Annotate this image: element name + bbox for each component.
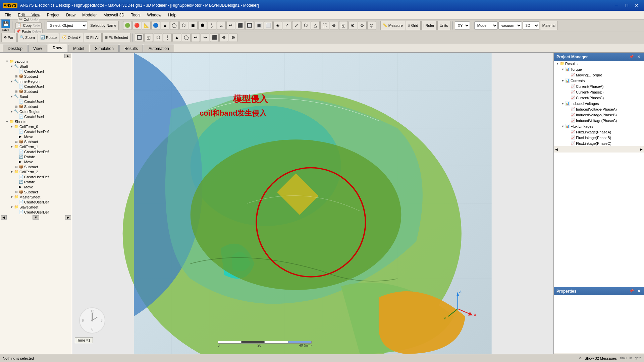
ptree-current-a[interactable]: 📈 Current(PhaseA)	[554, 83, 644, 89]
close-button[interactable]: ✕	[632, 1, 641, 9]
tree-item-createuserdef-ct1[interactable]: 📄 CreateUserDef	[0, 149, 72, 154]
misc-icon-2[interactable]: ⤢	[292, 21, 301, 30]
tree-item-vacuum[interactable]: ▼ 📁 vacuum	[0, 59, 72, 64]
pm-pin-button[interactable]: 📌	[628, 54, 635, 59]
tree-item-createuserdef-ss[interactable]: 📄 CreateUserDef	[0, 209, 72, 215]
fit-all-button[interactable]: ⊡Fit All	[84, 33, 102, 42]
ptree-induced-b[interactable]: 📈 InducedVoltage(PhaseB)	[554, 112, 644, 118]
tab-simulation[interactable]: Simulation	[90, 45, 119, 52]
misc-icon-7[interactable]: ◱	[339, 21, 348, 30]
fit-selected-button[interactable]: ⊟Fit Selected	[102, 33, 130, 42]
copy-button[interactable]: 📋Copy Redo	[15, 22, 41, 28]
units-button[interactable]: Units	[437, 21, 450, 30]
ptree-induced-c[interactable]: 📈 InducedVoltage(PhaseC)	[554, 118, 644, 123]
ptree-current-b[interactable]: 📈 Current(PhaseB)	[554, 89, 644, 95]
rotate-button[interactable]: 🔄Rotate	[38, 33, 59, 42]
tree-scroll-down[interactable]: ▼	[33, 215, 39, 220]
tree-item-move-ct0[interactable]: ▶ Move	[0, 134, 72, 139]
extra-icon-9[interactable]: ⬛	[210, 33, 219, 42]
ptree-flux-a[interactable]: 📈 FluxLinkage(PhaseA)	[554, 129, 644, 135]
prop-close-button[interactable]: ✕	[636, 289, 641, 294]
tab-draw[interactable]: Draw	[48, 44, 67, 52]
tree-item-rotate-ct1[interactable]: 🔄 Rotate	[0, 154, 72, 159]
menu-project[interactable]: Project	[44, 12, 63, 18]
boolean-icon-2[interactable]: ⊘	[358, 21, 367, 30]
tree-item-band[interactable]: ▼ 🔧 Band	[0, 94, 72, 99]
select-mode-dropdown[interactable]: Select: Object Select: Face Select: Edge…	[47, 21, 87, 29]
ptree-flux-c[interactable]: 📈 FluxLinkage(PhaseC)	[554, 140, 644, 146]
extra-icon-8[interactable]: ↪	[201, 33, 209, 42]
cut-button[interactable]: ✂Cut Undo	[18, 16, 39, 22]
tree-item-subtract-inner[interactable]: ⊞ 📦 Subtract	[0, 89, 72, 94]
view-icon-3[interactable]: 📐	[142, 21, 151, 30]
vacuum-dropdown[interactable]: vacuum	[498, 21, 522, 29]
tree-item-coilterm1[interactable]: ▼ 📁 CoilTerm_1	[0, 144, 72, 149]
tree-item-createuser-outer[interactable]: 📄 CreateUserI	[0, 114, 72, 119]
draw-icon-7[interactable]: ⟀	[217, 21, 226, 30]
minimize-button[interactable]: –	[612, 1, 621, 9]
model-dropdown[interactable]: Model	[474, 21, 498, 29]
extra-icon-6[interactable]: ◯	[182, 33, 191, 42]
solid-icon-3[interactable]: 🔳	[255, 21, 263, 30]
tree-item-shaft[interactable]: ▼ 🔧 Shaft	[0, 64, 72, 69]
tree-item-subtract-shaft[interactable]: ⊞ 📦 Subtract	[0, 74, 72, 79]
prop-pin-button[interactable]: 📌	[628, 289, 635, 294]
menu-draw[interactable]: Draw	[63, 12, 79, 18]
menu-help[interactable]: Help	[165, 12, 180, 18]
tree-item-coilterm2[interactable]: ▼ 📁 CoilTerm_2	[0, 169, 72, 174]
material-button[interactable]: Material	[540, 21, 558, 30]
viewport[interactable]: Z X Y 模型侵入 coil和band发生侵入 12 3 6 9	[72, 53, 553, 354]
solid-icon-2[interactable]: 🔲	[245, 21, 254, 30]
menu-tools[interactable]: Tools	[128, 12, 144, 18]
view-icon-1[interactable]: 🟢	[123, 21, 132, 30]
menu-window[interactable]: Window	[144, 12, 165, 18]
tree-item-createuserdef-ct0[interactable]: 📄 CreateUserDef	[0, 129, 72, 134]
tab-results[interactable]: Results	[119, 45, 143, 52]
maximize-button[interactable]: □	[622, 1, 631, 9]
tree-scroll-left[interactable]: ◀	[1, 215, 7, 220]
ptree-flux-linkages[interactable]: ▼ 📊 Flux Linkages	[554, 123, 644, 129]
measure-button[interactable]: 📏Measure	[380, 21, 405, 30]
menu-file[interactable]: File	[1, 12, 14, 18]
pan-button[interactable]: ✥Pan	[1, 33, 17, 42]
tree-item-subtract-ct1[interactable]: ⊞ 📦 Subtract	[0, 164, 72, 169]
menu-modeler[interactable]: Modeler	[79, 12, 100, 18]
tree-item-subtract-ct2[interactable]: ⊞ 📦 Subtract	[0, 189, 72, 194]
draw-icon-4[interactable]: ◼	[189, 21, 198, 30]
dimension-dropdown[interactable]: 3D 2D	[523, 21, 539, 29]
view-icon-2[interactable]: 🔴	[132, 21, 141, 30]
tree-item-move-ct2[interactable]: ▶ Move	[0, 184, 72, 189]
tree-item-sheets[interactable]: ▼ 📁 Sheets	[0, 119, 72, 124]
tree-item-rotate-ct2[interactable]: 🔄 Rotate	[0, 179, 72, 184]
ptree-torque[interactable]: ▼ 📊 Torque	[554, 66, 644, 72]
ptree-moving1torque[interactable]: 📈 Moving1.Torque	[554, 72, 644, 78]
tree-item-createuser-inner[interactable]: 📄 CreateUserI	[0, 84, 72, 89]
misc-icon-1[interactable]: ↗	[283, 21, 291, 30]
solid-icon-4[interactable]: ⬜	[264, 21, 273, 30]
misc-icon-6[interactable]: ⊕	[330, 21, 338, 30]
save-button[interactable]: 💾 Save	[1, 19, 10, 32]
tree-item-createuser-band[interactable]: 📄 CreateUserI	[0, 99, 72, 104]
zoom-button[interactable]: 🔍Zoom	[17, 33, 37, 42]
tree-scroll-right[interactable]: ▶	[65, 215, 71, 220]
misc-icon-5[interactable]: ⛶	[320, 21, 329, 30]
extra-icon-7[interactable]: ↩	[191, 33, 200, 42]
view-icon-4[interactable]: 🔵	[151, 21, 160, 30]
draw-icon-5[interactable]: ⬢	[198, 21, 207, 30]
menu-maxwell3d[interactable]: Maxwell 3D	[100, 12, 128, 18]
tree-item-createuserdef-ms[interactable]: 📄 CreateUserDef	[0, 199, 72, 204]
ptree-scroll-left[interactable]: ◀	[555, 147, 558, 151]
tree-item-move-ct1[interactable]: ▶ Move	[0, 159, 72, 164]
solid-icon-1[interactable]: ⬛	[236, 21, 245, 30]
extra-icon-2[interactable]: ◱	[144, 33, 153, 42]
grid-button[interactable]: #Grid	[406, 21, 421, 30]
tree-item-mastersheet[interactable]: ▼ 📁 MasterSheet	[0, 194, 72, 199]
misc-icon-4[interactable]: △	[311, 21, 320, 30]
extra-icon-11[interactable]: ⊖	[229, 33, 237, 42]
tree-item-innerregion[interactable]: ▼ 🔧 InnerRegion	[0, 79, 72, 84]
misc-icon-3[interactable]: ⬡	[302, 21, 310, 30]
tree-item-createuserdef-ct2[interactable]: 📄 CreateUserDef	[0, 174, 72, 179]
tree-item-outerregion[interactable]: ▼ 🔧 OuterRegion	[0, 109, 72, 114]
ptree-results[interactable]: ▼ 📁 Results	[554, 61, 644, 66]
ptree-induced-voltages[interactable]: ▼ 📊 Induced Voltages	[554, 101, 644, 106]
